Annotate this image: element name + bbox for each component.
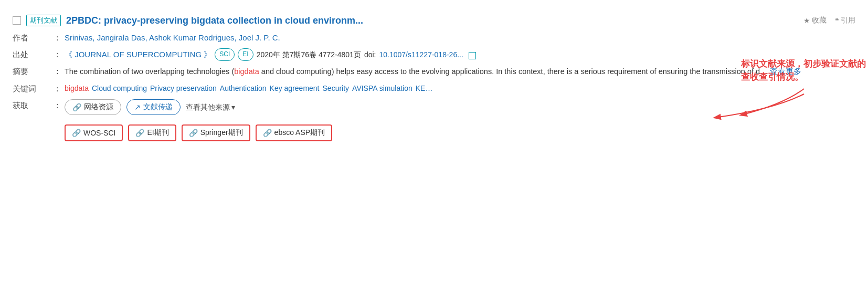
ei-journal-badge[interactable]: 🔗 EI期刊 — [128, 124, 176, 141]
ebsco-badge[interactable]: 🔗 ebsco ASP期刊 — [256, 124, 333, 141]
chain-icon-2: 🔗 — [135, 129, 144, 137]
abstract-label: 摘要 — [13, 65, 50, 78]
keywords-label: 关键词 — [13, 82, 50, 95]
web-resource-label: 网络资源 — [84, 102, 113, 112]
more-sources-button[interactable]: 查看其他来源 ▾ — [186, 99, 235, 115]
chain-icon-4: 🔗 — [263, 129, 272, 137]
doi-link[interactable]: 10.1007/s11227-018-26... — [379, 49, 463, 60]
doc-delivery-label: 文献传递 — [143, 102, 173, 112]
springer-journal-badge[interactable]: 🔗 Springer期刊 — [182, 124, 250, 141]
keyword-avispa[interactable]: AVISPA simulation — [352, 82, 412, 94]
title-actions: ★ 收藏 ❝ 引用 — [803, 16, 855, 25]
title-text: 2PBDC: privacy-preserving bigdata collec… — [66, 15, 363, 26]
copy-icon[interactable] — [469, 52, 476, 59]
keyword-authentication[interactable]: Authentication — [220, 82, 267, 94]
springer-journal-label: Springer期刊 — [200, 128, 243, 138]
select-checkbox[interactable] — [13, 16, 21, 25]
journal-name[interactable]: 《 JOURNAL OF SUPERCOMPUTING 》 — [65, 48, 211, 61]
source-info: 《 JOURNAL OF SUPERCOMPUTING 》 SCI EI 202… — [65, 48, 476, 61]
source-badges: 🔗 WOS-SCI 🔗 EI期刊 🔗 Springer期刊 🔗 ebsco AS… — [65, 124, 855, 141]
source-meta: 2020年 第7期76卷 4772-4801页 — [257, 49, 361, 60]
access-buttons: 🔗 网络资源 ↗ 文献传递 查看其他来源 ▾ — [65, 99, 855, 115]
abstract-part2: and cloud computing) helps easy access t… — [259, 67, 768, 76]
web-resource-button[interactable]: 🔗 网络资源 — [65, 99, 121, 115]
more-sources-label: 查看其他来源 — [186, 101, 230, 113]
source-row: 出处 ： 《 JOURNAL OF SUPERCOMPUTING 》 SCI E… — [13, 48, 855, 61]
article-type-tag: 期刊文献 — [26, 15, 61, 26]
arrow-icon: ↗ — [134, 103, 141, 111]
chain-icon-3: 🔗 — [189, 129, 198, 137]
keyword-security[interactable]: Security — [323, 82, 350, 94]
sci-badge: SCI — [215, 48, 235, 60]
keyword-privacy[interactable]: Privacy preservation — [150, 82, 217, 94]
doc-delivery-button[interactable]: ↗ 文献传递 — [126, 99, 181, 115]
keyword-cloud-computing[interactable]: Cloud computing — [92, 82, 147, 94]
article-title-link[interactable]: 2PBDC: privacy-preserving bigdata collec… — [66, 15, 363, 26]
access-label: 获取 — [13, 99, 50, 112]
quote-icon: ❝ — [835, 16, 839, 25]
ei-journal-label: EI期刊 — [147, 128, 168, 138]
authors-label: 作者 — [13, 32, 50, 44]
abstract-row: 摘要 ： The combination of two overlapping … — [13, 65, 855, 78]
wos-sci-label: WOS-SCI — [83, 129, 115, 137]
abstract-highlight: bigdata — [234, 67, 259, 76]
keywords-row: 关键词 ： bigdata Cloud computing Privacy pr… — [13, 82, 855, 95]
abstract-text: The combination of two overlapping techn… — [65, 65, 801, 78]
ei-badge: EI — [238, 48, 253, 60]
keyword-ke[interactable]: KE… — [416, 82, 433, 94]
abstract-part1: The combination of two overlapping techn… — [65, 67, 234, 76]
ebsco-label: ebsco ASP期刊 — [274, 128, 325, 138]
abstract-more-link[interactable]: 查看更多 — [770, 67, 801, 76]
chain-icon-1: 🔗 — [72, 129, 81, 137]
access-row: 获取 ： 🔗 网络资源 ↗ 文献传递 查看其他来源 ▾ — [13, 99, 855, 141]
article-card: 期刊文献 2PBDC: privacy-preserving bigdata c… — [13, 9, 855, 151]
keyword-bigdata[interactable]: bigdata — [65, 82, 89, 94]
authors-text: Srinivas, Jangirala Das, Ashok Kumar Rod… — [65, 32, 280, 44]
keyword-key-agreement[interactable]: Key agreement — [270, 82, 320, 94]
chevron-down-icon: ▾ — [231, 101, 235, 113]
cite-button[interactable]: ❝ 引用 — [835, 16, 855, 25]
doi-label: doi: — [364, 49, 376, 60]
link-icon: 🔗 — [72, 103, 81, 111]
star-icon: ★ — [803, 16, 810, 25]
authors-row: 作者 ： Srinivas, Jangirala Das, Ashok Kuma… — [13, 32, 855, 44]
wos-sci-badge[interactable]: 🔗 WOS-SCI — [65, 124, 123, 141]
bookmark-button[interactable]: ★ 收藏 — [803, 16, 827, 25]
title-row: 期刊文献 2PBDC: privacy-preserving bigdata c… — [13, 15, 855, 26]
keywords-list: bigdata Cloud computing Privacy preserva… — [65, 82, 432, 94]
source-label: 出处 — [13, 48, 50, 61]
